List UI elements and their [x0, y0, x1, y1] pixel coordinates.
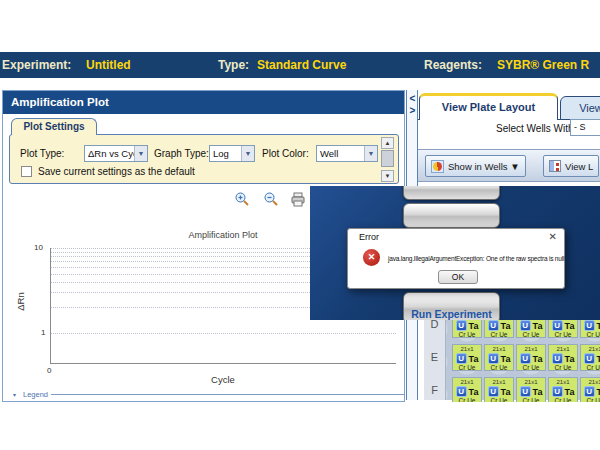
run-experiment-button[interactable]: Run Experiment [403, 292, 500, 320]
task-unknown-icon: U [520, 320, 531, 331]
bottom-whitespace [0, 402, 600, 450]
scroll-up-icon[interactable]: ▲ [381, 137, 394, 149]
view-legend-button[interactable]: View L [543, 155, 599, 177]
x-axis-label: Cycle [50, 374, 396, 385]
reagents-label: Reagents: [424, 58, 482, 72]
chevron-down-icon[interactable]: ▼ [241, 146, 254, 161]
task-unknown-icon: U [584, 353, 595, 364]
print-icon[interactable] [290, 192, 306, 211]
chevron-down-icon[interactable]: ▼ [134, 146, 147, 161]
dialog-title: Error [359, 232, 379, 242]
row-label-f: F [424, 384, 445, 396]
collapse-left-icon[interactable]: < [408, 93, 417, 104]
task-unknown-icon: U [456, 353, 467, 364]
task-unknown-icon: U [456, 320, 467, 331]
well-f3[interactable]: 21x1UTaCr Ue [516, 377, 546, 404]
plot-color-select[interactable]: Well ▼ [316, 145, 378, 162]
task-unknown-icon: U [552, 386, 563, 397]
task-unknown-icon: U [488, 386, 499, 397]
zoom-out-icon[interactable] [263, 191, 279, 211]
legend-label: Legend [23, 390, 48, 399]
select-wells-dropdown[interactable]: - S [570, 119, 600, 136]
ok-button[interactable]: OK [438, 270, 478, 284]
task-unknown-icon: U [520, 386, 531, 397]
legend-divider [51, 394, 405, 395]
task-unknown-icon: U [584, 386, 595, 397]
type-value: Standard Curve [257, 58, 346, 72]
task-unknown-icon: U [552, 353, 563, 364]
view-legend-label: View L [565, 161, 593, 172]
wizard-button-top[interactable] [403, 186, 500, 200]
legend-collapse-icon[interactable]: ▾ [13, 391, 16, 398]
error-dialog: Error ✕ ✕ java.lang.IllegalArgumentExcep… [347, 228, 565, 289]
well-e3[interactable]: 21x1UTaCr Ue [516, 344, 546, 371]
x-axis [50, 363, 396, 364]
well-f1[interactable]: 21x1UTaCr Ue [452, 377, 482, 404]
expand-right-icon[interactable]: > [408, 105, 417, 116]
well-e4[interactable]: 21x1UTaCr Ue [548, 344, 578, 371]
well-color-icon [431, 160, 444, 173]
graph-type-value: Log [213, 148, 229, 159]
plot-type-select[interactable]: ΔRn vs Cycle ▼ [84, 145, 148, 162]
tab-view-plate-layout[interactable]: View Plate Layout [419, 93, 558, 120]
experiment-header-bar: Experiment: Untitled Type: Standard Curv… [0, 52, 600, 78]
task-unknown-icon: U [584, 320, 595, 331]
select-wells-label: Select Wells With: [496, 123, 576, 134]
well-e5[interactable]: 21x1UTaCr Ue [580, 344, 600, 371]
task-unknown-icon: U [520, 353, 531, 364]
task-unknown-icon: U [552, 320, 563, 331]
well-f5[interactable]: 21x1UTaCr Ue [580, 377, 600, 404]
graph-type-select[interactable]: Log ▼ [209, 145, 255, 162]
table-grid-icon [549, 160, 561, 172]
show-in-wells-button[interactable]: Show in Wells ▼ [425, 155, 526, 177]
reagents-value: SYBR® Green R [497, 58, 589, 72]
graph-type-label: Graph Type: [154, 148, 209, 159]
plot-type-label: Plot Type: [20, 148, 64, 159]
scroll-down-icon[interactable]: ▼ [381, 170, 394, 182]
y-tick-1: 1 [41, 328, 45, 337]
show-in-wells-label: Show in Wells ▼ [448, 161, 520, 172]
well-f4[interactable]: 21x1UTaCr Ue [548, 377, 578, 404]
task-unknown-icon: U [456, 386, 467, 397]
zoom-in-icon[interactable] [234, 191, 250, 211]
error-icon: ✕ [363, 249, 380, 266]
type-label: Type: [218, 58, 249, 72]
gridline [50, 333, 396, 334]
plot-settings-tab[interactable]: Plot Settings [11, 118, 97, 135]
close-icon[interactable]: ✕ [549, 231, 557, 242]
chevron-down-icon[interactable]: ▼ [364, 146, 377, 161]
tab-view-well-table[interactable]: View [560, 96, 600, 120]
task-unknown-icon: U [488, 353, 499, 364]
scrollbar-thumb[interactable] [381, 150, 394, 167]
y-axis [50, 248, 51, 363]
experiment-value: Untitled [86, 58, 131, 72]
legend-section: ▾ Legend [13, 390, 403, 402]
well-f2[interactable]: 21x1UTaCr Ue [484, 377, 514, 404]
plot-settings-body: Plot Type: ΔRn vs Cycle ▼ Graph Type: Lo… [9, 134, 399, 184]
row-label-e: E [424, 351, 445, 363]
error-message: java.lang.IllegalArgumentException: One … [388, 255, 562, 262]
panel-title: Amplification Plot [3, 91, 404, 114]
plate-toolbar: Show in Wells ▼ View L [418, 149, 600, 182]
plot-color-value: Well [320, 148, 338, 159]
well-e1[interactable]: 21x1UTaCr Ue [452, 344, 482, 371]
wizard-button-middle[interactable] [403, 203, 500, 228]
task-unknown-icon: U [488, 320, 499, 331]
well-e2[interactable]: 21x1UTaCr Ue [484, 344, 514, 371]
y-axis-label: ΔRn [15, 292, 26, 311]
plot-color-label: Plot Color: [262, 148, 309, 159]
run-experiment-label: Run Experiment [411, 308, 492, 320]
app-window: Experiment: Untitled Type: Standard Curv… [0, 0, 600, 450]
save-default-label: Save current settings as the default [38, 166, 195, 177]
experiment-label: Experiment: [2, 58, 71, 72]
save-default-checkbox[interactable] [21, 166, 32, 177]
y-tick-10: 10 [34, 243, 43, 252]
settings-scrollbar[interactable]: ▲ ▼ [381, 137, 394, 182]
